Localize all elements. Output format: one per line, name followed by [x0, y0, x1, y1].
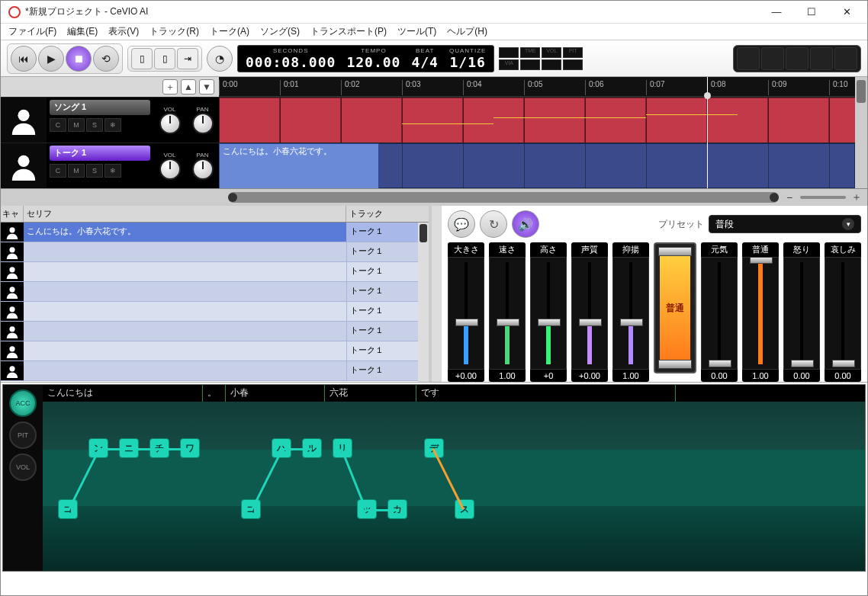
talk-track-cell[interactable]: トーク１ [346, 361, 429, 380]
cast-icon[interactable] [1, 322, 24, 341]
talk-row[interactable]: こんにちは。小春六花です。トーク１ [1, 223, 429, 242]
track-toggle[interactable]: S [86, 118, 103, 132]
cast-icon[interactable] [1, 242, 24, 261]
zoom-out-button[interactable]: − [783, 191, 796, 203]
menu-item[interactable]: 表示(V) [104, 24, 143, 40]
zoom-slider[interactable] [800, 196, 846, 199]
talk-track-cell[interactable]: トーク１ [346, 262, 429, 281]
lcd-tempo[interactable]: 120.00 [346, 54, 400, 70]
preset-select[interactable]: 普段 ▾ [709, 215, 861, 233]
track-name[interactable]: ソング 1 [50, 100, 150, 115]
talk-text-cell[interactable] [24, 282, 346, 301]
param-slider-抑揚[interactable]: 抑揚1.00 [612, 242, 649, 382]
cast-icon[interactable] [1, 282, 24, 301]
song-lane[interactable] [219, 97, 855, 143]
stop-button[interactable]: ⏹ [66, 46, 92, 72]
marker-out-button[interactable]: ▯ [154, 48, 175, 69]
timeline-ruler[interactable]: 0:000:010:020:030:040:050:060:070:080:09… [219, 77, 855, 97]
talk-track-cell[interactable]: トーク１ [346, 322, 429, 341]
timeline[interactable]: 0:000:010:020:030:040:050:060:070:080:09… [219, 77, 855, 188]
mid-splitter[interactable] [432, 206, 442, 382]
talk-row[interactable]: トーク１ [1, 242, 429, 262]
phon-tab-pit[interactable]: PIT [9, 421, 37, 449]
word-segment[interactable]: こんにちは [43, 385, 203, 402]
zoom-in-button[interactable]: ＋ [850, 191, 863, 204]
talk-text-cell[interactable] [24, 341, 346, 360]
menu-item[interactable]: トラック(R) [145, 24, 204, 40]
talk-lane[interactable]: こんにちは。小春六花です。 [219, 143, 855, 188]
close-button[interactable]: ✕ [829, 2, 864, 23]
word-segment[interactable]: 。 [203, 385, 226, 402]
rewind-button[interactable]: ⏮ [11, 46, 37, 72]
pan-knob[interactable] [192, 159, 214, 180]
track-toggle[interactable]: ❄ [104, 118, 121, 132]
cast-icon[interactable] [1, 302, 24, 321]
playhead[interactable] [707, 77, 708, 188]
param-slider-普通[interactable]: 普通1.00 [742, 242, 779, 382]
talk-clip[interactable]: こんにちは。小春六花です。 [219, 143, 379, 188]
tracks-vscroll[interactable] [855, 77, 867, 188]
tool-line[interactable] [786, 47, 809, 70]
play-button[interactable]: ▶ [38, 46, 64, 72]
talk-text-cell[interactable]: こんにちは。小春六花です。 [24, 223, 346, 242]
talk-text-cell[interactable] [24, 242, 346, 261]
menu-item[interactable]: ツール(T) [393, 24, 441, 40]
param-slider-元気[interactable]: 元気0.00 [701, 242, 738, 382]
loop-button[interactable]: ⟲ [93, 46, 119, 72]
param-slider-声質[interactable]: 声質+0.00 [571, 242, 608, 382]
talk-row[interactable]: トーク１ [1, 361, 429, 381]
cast-icon[interactable] [1, 361, 24, 380]
lcd-beat[interactable]: 4/4 [411, 54, 439, 70]
kana-node[interactable]: ス [455, 499, 474, 519]
tool-grab[interactable] [834, 47, 857, 70]
talk-row[interactable]: トーク１ [1, 341, 429, 361]
talk-track-cell[interactable]: トーク１ [346, 282, 429, 301]
talk-list-vscroll[interactable] [418, 223, 429, 382]
talk-text-cell[interactable] [24, 302, 346, 321]
word-segment[interactable]: 小春 [226, 385, 325, 402]
export-audio-button[interactable]: 🔊 [512, 210, 539, 238]
timeline-hscroll[interactable] [228, 192, 779, 203]
talk-text-cell[interactable] [24, 322, 346, 341]
param-slider-速さ[interactable]: 速さ1.00 [489, 242, 526, 382]
menu-item[interactable]: 編集(E) [63, 24, 102, 40]
tool-erase[interactable] [810, 47, 833, 70]
talk-track-cell[interactable]: トーク１ [346, 341, 429, 360]
track-toggle[interactable]: M [68, 164, 85, 178]
maximize-button[interactable]: ☐ [794, 2, 829, 23]
repeat-button[interactable]: ↻ [480, 210, 507, 238]
word-segment[interactable]: です [416, 385, 676, 402]
track-header[interactable]: ソング 1CMS❄VOLPAN [1, 97, 219, 143]
talk-row[interactable]: トーク１ [1, 262, 429, 282]
track-toggle[interactable]: S [86, 164, 103, 178]
tool-draw[interactable] [761, 47, 784, 70]
pan-knob[interactable] [192, 113, 214, 134]
cast-icon[interactable] [1, 223, 24, 242]
track-header[interactable]: トーク 1CMS❄VOLPAN [1, 143, 219, 188]
talk-track-cell[interactable]: トーク１ [346, 223, 429, 242]
talk-text-cell[interactable] [24, 262, 346, 281]
menu-item[interactable]: ファイル(F) [4, 24, 61, 40]
metronome-button[interactable]: ◔ [207, 46, 233, 72]
vol-knob[interactable] [159, 159, 181, 180]
cast-icon[interactable] [1, 262, 24, 281]
track-toggle[interactable]: C [50, 164, 66, 178]
move-track-down-button[interactable]: ▼ [199, 79, 214, 95]
lcd-seconds[interactable]: 000:08.000 [246, 54, 336, 70]
param-slider-大きさ[interactable]: 大きさ+0.00 [448, 242, 484, 382]
param-slider-怒り[interactable]: 怒り0.00 [783, 242, 820, 382]
talk-row[interactable]: トーク１ [1, 302, 429, 322]
param-slider-哀しみ[interactable]: 哀しみ0.00 [825, 242, 861, 382]
talk-row[interactable]: トーク１ [1, 322, 429, 341]
cast-avatar[interactable] [1, 98, 47, 143]
marker-in-button[interactable]: ▯ [131, 48, 153, 69]
phon-tab-acc[interactable]: ACC [9, 389, 37, 417]
menu-item[interactable]: ヘルプ(H) [442, 24, 492, 40]
menu-item[interactable]: ソング(S) [256, 24, 304, 40]
lcd-quantize[interactable]: 1/16 [449, 54, 486, 70]
speak-button[interactable]: 💬 [448, 210, 475, 238]
add-track-button[interactable]: ＋ [162, 79, 178, 95]
track-toggle[interactable]: M [68, 118, 85, 132]
cast-icon[interactable] [1, 341, 24, 360]
menu-item[interactable]: トランスポート(P) [306, 24, 391, 40]
